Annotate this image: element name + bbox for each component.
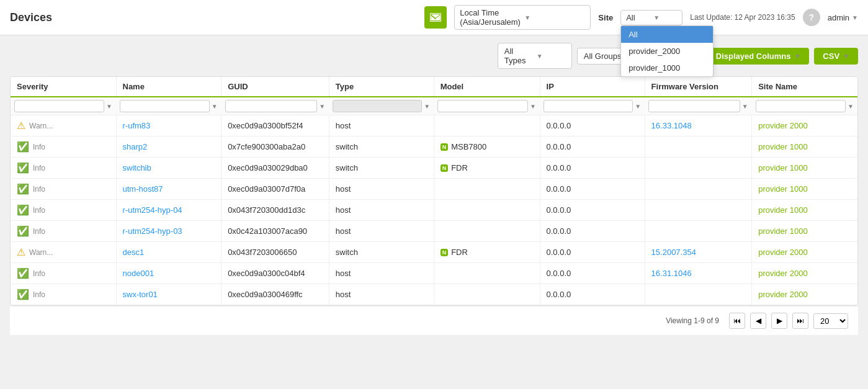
table-header-row: Severity Name GUID Type Model IP Firmwar… bbox=[11, 77, 857, 97]
device-name-link[interactable]: switchib bbox=[123, 163, 151, 172]
all-types-select[interactable]: All Types ▼ bbox=[498, 43, 572, 69]
filter-guid-icon[interactable]: ▼ bbox=[319, 103, 325, 110]
displayed-columns-label: Displayed Columns bbox=[716, 51, 791, 61]
cell-name[interactable]: sharp2 bbox=[116, 136, 221, 158]
site-link[interactable]: provider 1000 bbox=[758, 142, 808, 151]
filter-model-input[interactable] bbox=[437, 100, 528, 112]
prev-page-button[interactable]: ◀ bbox=[750, 313, 766, 329]
info-icon: ✅ bbox=[17, 141, 29, 153]
cell-guid: 0xec0d9a0300bf52f4 bbox=[221, 115, 329, 136]
cell-guid: 0xec0d9a030029dba0 bbox=[221, 158, 329, 179]
severity-label: Info bbox=[33, 227, 45, 236]
filter-ip-icon[interactable]: ▼ bbox=[635, 103, 641, 110]
page-title: Devices bbox=[10, 11, 52, 24]
firmware-link[interactable]: 16.33.1048 bbox=[651, 121, 692, 130]
next-page-button[interactable]: ▶ bbox=[771, 313, 787, 329]
device-name-link[interactable]: desc1 bbox=[123, 248, 145, 257]
csv-chevron-icon: ▼ bbox=[843, 53, 849, 60]
filter-name-icon[interactable]: ▼ bbox=[212, 103, 218, 110]
site-option-provider1000[interactable]: provider_1000 bbox=[621, 60, 713, 76]
filter-firmware-input[interactable] bbox=[648, 100, 740, 112]
col-severity: Severity bbox=[11, 77, 116, 97]
admin-button[interactable]: admin ▼ bbox=[828, 13, 858, 22]
site-option-provider2000[interactable]: provider_2000 bbox=[621, 43, 713, 60]
filter-site: ▼ bbox=[752, 97, 857, 115]
cell-name[interactable]: r-utm254-hyp-03 bbox=[116, 221, 221, 242]
filter-firmware-icon[interactable]: ▼ bbox=[742, 103, 748, 110]
cell-site[interactable]: provider 1000 bbox=[752, 158, 857, 179]
cell-model: NMSB7800 bbox=[434, 136, 540, 158]
site-option-all[interactable]: All bbox=[621, 26, 713, 43]
cell-site[interactable]: provider 2000 bbox=[752, 284, 857, 305]
col-type: Type bbox=[329, 77, 434, 97]
firmware-link[interactable]: 16.31.1046 bbox=[651, 269, 692, 278]
device-name-link[interactable]: node001 bbox=[123, 269, 154, 278]
cell-severity: ✅Info bbox=[11, 136, 116, 158]
filter-guid-input[interactable] bbox=[225, 100, 318, 112]
cell-severity: ⚠Warn... bbox=[11, 115, 116, 136]
admin-label: admin bbox=[828, 13, 849, 22]
filter-model-icon[interactable]: ▼ bbox=[530, 103, 536, 110]
devices-table-container: Severity Name GUID Type Model IP Firmwar… bbox=[10, 76, 858, 306]
cell-type: host bbox=[329, 179, 434, 200]
cell-site[interactable]: provider 2000 bbox=[752, 115, 857, 136]
mail-button[interactable] bbox=[424, 6, 447, 29]
cell-model bbox=[434, 284, 540, 305]
device-name-link[interactable]: r-ufm83 bbox=[123, 121, 151, 130]
devices-table: Severity Name GUID Type Model IP Firmwar… bbox=[11, 77, 857, 305]
filter-type-input[interactable] bbox=[333, 100, 422, 112]
device-name-link[interactable]: utm-host87 bbox=[123, 184, 163, 194]
displayed-columns-button[interactable]: Displayed Columns ▼ bbox=[707, 48, 810, 65]
site-select[interactable]: All ▼ bbox=[620, 10, 682, 25]
site-link[interactable]: provider 2000 bbox=[758, 290, 808, 299]
severity-label: Warn... bbox=[29, 248, 53, 257]
col-guid: GUID bbox=[221, 77, 329, 97]
site-link[interactable]: provider 1000 bbox=[758, 226, 808, 236]
cell-site[interactable]: provider 1000 bbox=[752, 179, 857, 200]
device-name-link[interactable]: sharp2 bbox=[123, 142, 148, 151]
cell-name[interactable]: utm-host87 bbox=[116, 179, 221, 200]
filter-severity-input[interactable] bbox=[14, 100, 104, 112]
cell-site[interactable]: provider 1000 bbox=[752, 221, 857, 242]
site-link[interactable]: provider 1000 bbox=[758, 205, 808, 215]
firmware-link[interactable]: 15.2007.354 bbox=[651, 248, 696, 257]
filter-site-icon[interactable]: ▼ bbox=[848, 103, 854, 110]
cell-model bbox=[434, 179, 540, 200]
help-button[interactable]: ? bbox=[803, 9, 820, 26]
filter-ip-input[interactable] bbox=[544, 100, 633, 112]
cell-name[interactable]: node001 bbox=[116, 263, 221, 284]
severity-label: Warn... bbox=[29, 122, 53, 130]
page-size-select[interactable]: 20 50 100 bbox=[813, 313, 848, 329]
cell-site[interactable]: provider 1000 bbox=[752, 200, 857, 221]
cell-name[interactable]: swx-tor01 bbox=[116, 284, 221, 305]
site-link[interactable]: provider 2000 bbox=[758, 121, 808, 130]
filter-type-icon[interactable]: ▼ bbox=[424, 103, 430, 110]
info-icon: ✅ bbox=[17, 267, 29, 279]
cell-type: host bbox=[329, 284, 434, 305]
cell-model bbox=[434, 221, 540, 242]
cell-name[interactable]: desc1 bbox=[116, 242, 221, 263]
device-name-link[interactable]: r-utm254-hyp-04 bbox=[123, 205, 182, 215]
device-name-link[interactable]: r-utm254-hyp-03 bbox=[123, 226, 182, 236]
site-link[interactable]: provider 1000 bbox=[758, 184, 808, 194]
first-page-button[interactable]: ⏮ bbox=[729, 313, 745, 329]
site-link[interactable]: provider 2000 bbox=[758, 248, 808, 257]
cell-name[interactable]: r-ufm83 bbox=[116, 115, 221, 136]
device-name-link[interactable]: swx-tor01 bbox=[123, 290, 158, 299]
site-link[interactable]: provider 2000 bbox=[758, 269, 808, 278]
cell-name[interactable]: switchib bbox=[116, 158, 221, 179]
cell-site[interactable]: provider 2000 bbox=[752, 263, 857, 284]
filter-name-input[interactable] bbox=[120, 100, 210, 112]
cell-site[interactable]: provider 1000 bbox=[752, 136, 857, 158]
filter-site-input[interactable] bbox=[756, 100, 846, 112]
cell-type: host bbox=[329, 221, 434, 242]
cell-site[interactable]: provider 2000 bbox=[752, 242, 857, 263]
cell-name[interactable]: r-utm254-hyp-04 bbox=[116, 200, 221, 221]
timezone-value: Local Time (Asia/Jerusalem) bbox=[460, 8, 521, 27]
last-page-button[interactable]: ⏭ bbox=[792, 313, 808, 329]
filter-severity-icon[interactable]: ▼ bbox=[106, 103, 112, 110]
site-link[interactable]: provider 1000 bbox=[758, 163, 808, 172]
timezone-select[interactable]: Local Time (Asia/Jerusalem) ▼ bbox=[454, 5, 591, 30]
csv-button[interactable]: CSV ▼ bbox=[814, 48, 858, 65]
severity-label: Info bbox=[33, 185, 45, 194]
